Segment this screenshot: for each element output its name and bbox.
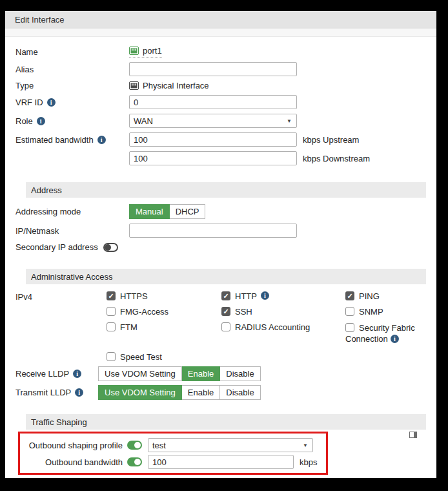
- checkbox-icon: [107, 307, 116, 316]
- edit-interface-panel: Edit Interface Name: [5, 11, 436, 478]
- ipv4-access-row: IPv4 HTTPS HTTP: [15, 291, 426, 362]
- addressing-mode-manual-button[interactable]: Manual: [129, 204, 170, 219]
- checkbox-ftm[interactable]: FTM: [107, 322, 221, 344]
- downstream-bandwidth-input[interactable]: [129, 151, 297, 165]
- type-value: Physical Interface: [143, 81, 209, 90]
- name-row: Name port1: [15, 46, 426, 57]
- outbound-shaping-profile-select[interactable]: test: [148, 438, 313, 452]
- panel-title-bar: Edit Interface: [5, 11, 436, 28]
- title-sub-strip: [5, 28, 436, 37]
- ip-netmask-row: IP/Netmask: [15, 224, 426, 238]
- outbound-bandwidth-input[interactable]: [148, 455, 294, 469]
- address-section-title: Address: [31, 185, 62, 195]
- checkbox-icon: [107, 352, 116, 361]
- ipv4-label: IPv4: [15, 292, 32, 302]
- outbound-bandwidth-label: Outbound bandwidth: [45, 457, 123, 467]
- type-row: Type Physical Interface: [15, 81, 426, 90]
- checkbox-ping[interactable]: PING: [345, 291, 426, 301]
- outbound-bandwidth-suffix: kbps: [300, 457, 317, 467]
- checkbox-snmp[interactable]: SNMP: [345, 307, 426, 317]
- transmit-lldp-label: Transmit LLDP: [15, 388, 71, 397]
- physical-interface-icon: [129, 81, 139, 90]
- info-icon[interactable]: [75, 388, 83, 397]
- checkbox-https[interactable]: HTTPS: [107, 291, 221, 301]
- downstream-suffix: kbps Downstream: [303, 154, 370, 163]
- addressing-mode-label: Addressing mode: [15, 207, 81, 216]
- transmit-lldp-segments: Use VDOM Setting Enable Disable: [98, 385, 261, 400]
- checkbox-icon: [107, 291, 116, 300]
- checkbox-icon: [221, 291, 230, 300]
- info-icon[interactable]: [73, 370, 81, 378]
- vrf-id-label: VRF ID: [15, 98, 43, 107]
- alias-row: Alias: [15, 62, 426, 76]
- checkbox-icon: [221, 307, 230, 316]
- info-icon[interactable]: [47, 98, 56, 107]
- info-icon[interactable]: [37, 117, 45, 125]
- checkbox-icon: [107, 322, 116, 331]
- interface-name-value: port1: [143, 46, 162, 56]
- checkbox-security-fabric-connection[interactable]: Security Fabric Connection: [345, 322, 426, 344]
- addressing-mode-row: Addressing mode Manual DHCP: [15, 204, 426, 219]
- checkbox-ssh[interactable]: SSH: [221, 307, 345, 317]
- secondary-ip-label: Secondary IP address: [15, 242, 98, 252]
- receive-lldp-row: Receive LLDP Use VDOM Setting Enable Dis…: [15, 366, 426, 381]
- alias-input[interactable]: [129, 62, 297, 76]
- type-label: Type: [15, 81, 34, 90]
- secondary-ip-row: Secondary IP address: [15, 242, 426, 252]
- upstream-bandwidth-input[interactable]: [129, 132, 297, 147]
- receive-lldp-segments: Use VDOM Setting Enable Disable: [98, 366, 261, 381]
- outbound-bandwidth-row: Outbound bandwidth kbps: [20, 455, 326, 469]
- ipv4-checkbox-grid: HTTPS HTTP PING FMG-: [107, 291, 426, 344]
- receive-lldp-vdom-button[interactable]: Use VDOM Setting: [98, 366, 182, 381]
- checkbox-http[interactable]: HTTP: [221, 291, 345, 301]
- transmit-lldp-vdom-button[interactable]: Use VDOM Setting: [98, 385, 182, 400]
- outbound-shaping-profile-label: Outbound shaping profile: [29, 441, 123, 450]
- page-title: Edit Interface: [15, 15, 65, 25]
- outbound-shaping-profile-value: test: [152, 441, 166, 450]
- alias-label: Alias: [15, 65, 34, 74]
- checkbox-fmg-access[interactable]: FMG-Access: [107, 307, 221, 317]
- role-select[interactable]: WAN: [129, 114, 297, 128]
- ip-netmask-input[interactable]: [129, 224, 297, 238]
- receive-lldp-enable-button[interactable]: Enable: [182, 366, 220, 381]
- checkbox-icon: [345, 291, 354, 300]
- role-value: WAN: [134, 116, 153, 126]
- traffic-shaping-section-title: Traffic Shaping: [31, 417, 87, 427]
- checkbox-icon: [345, 307, 354, 316]
- screenshot-frame: Edit Interface Name: [0, 0, 448, 491]
- secondary-ip-toggle[interactable]: [103, 243, 118, 252]
- vrf-id-input[interactable]: [129, 95, 297, 109]
- checkbox-icon: [345, 323, 354, 332]
- admin-access-section-title: Administrative Access: [31, 272, 112, 282]
- interface-port-icon: [129, 47, 139, 55]
- outbound-shaping-profile-toggle[interactable]: [127, 441, 142, 450]
- info-icon[interactable]: [97, 136, 106, 144]
- panel-icon[interactable]: [409, 432, 417, 438]
- upstream-suffix: kbps Upstream: [303, 135, 359, 145]
- estimated-bandwidth-upstream-row: Estimated bandwidth kbps Upstream: [15, 132, 426, 147]
- transmit-lldp-enable-button[interactable]: Enable: [182, 385, 220, 400]
- ip-netmask-label: IP/Netmask: [15, 226, 59, 236]
- traffic-shaping-section-header: Traffic Shaping: [26, 414, 426, 430]
- info-icon[interactable]: [391, 335, 399, 343]
- info-icon[interactable]: [261, 291, 269, 300]
- addressing-mode-dhcp-button[interactable]: DHCP: [170, 204, 206, 219]
- checkbox-speed-test[interactable]: Speed Test: [107, 352, 426, 362]
- interface-name-link[interactable]: port1: [129, 46, 162, 57]
- estimated-bandwidth-label: Estimated bandwidth: [15, 135, 94, 145]
- vrf-id-row: VRF ID: [15, 95, 426, 109]
- address-section-header: Address: [26, 182, 426, 198]
- transmit-lldp-disable-button[interactable]: Disable: [220, 385, 260, 400]
- role-row: Role WAN: [15, 114, 426, 128]
- role-label: Role: [15, 116, 33, 126]
- outbound-shaping-profile-row: Outbound shaping profile test: [20, 438, 326, 452]
- estimated-bandwidth-downstream-row: kbps Downstream: [15, 151, 426, 165]
- admin-access-section-header: Administrative Access: [26, 269, 426, 284]
- outbound-bandwidth-toggle[interactable]: [127, 457, 142, 466]
- checkbox-icon: [221, 322, 230, 331]
- receive-lldp-disable-button[interactable]: Disable: [220, 366, 260, 381]
- transmit-lldp-row: Transmit LLDP Use VDOM Setting Enable Di…: [15, 385, 426, 400]
- highlight-box: Outbound shaping profile test Outbound b…: [18, 432, 328, 475]
- name-label: Name: [15, 47, 38, 57]
- checkbox-radius-accounting[interactable]: RADIUS Accounting: [221, 322, 345, 344]
